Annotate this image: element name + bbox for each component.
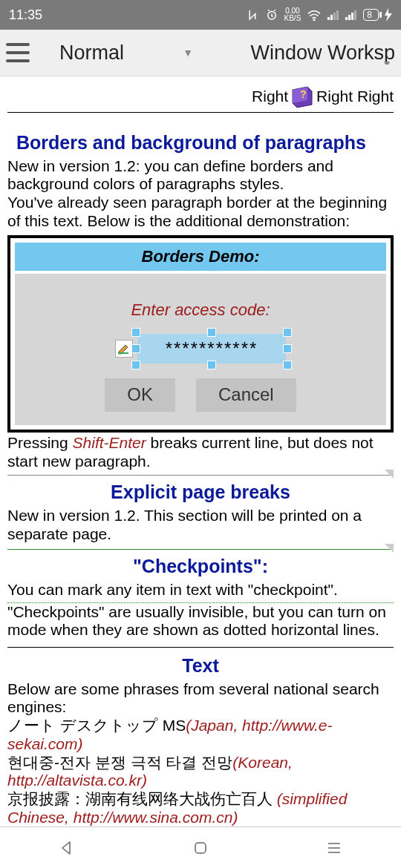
cancel-button[interactable]: Cancel [196, 378, 296, 411]
status-time: 11:35 [9, 7, 42, 23]
page-break-indicator [7, 550, 394, 551]
alarm-icon [265, 8, 278, 22]
text-jp: ノート デスクトップ MS(Japan, http://www.e-sekai.… [7, 717, 394, 754]
net-speed: 0.00KB/S [284, 7, 301, 22]
style-dropdown[interactable]: Normal ▼ [37, 42, 193, 65]
shift-enter-key: Shift-Enter [73, 434, 146, 451]
signal-1-icon [327, 10, 339, 20]
selection-handle[interactable] [283, 361, 292, 369]
back-button[interactable] [56, 837, 78, 859]
selection-handle[interactable] [131, 328, 140, 337]
heading-borders: Borders and background of paragraphs [7, 132, 394, 154]
book-help-icon: ? [290, 85, 315, 108]
right-aligned-line: Right ? Right Right [7, 79, 394, 112]
selection-handle[interactable] [131, 361, 140, 369]
divider [7, 112, 394, 113]
selection-handle[interactable] [207, 361, 216, 369]
page-break-indicator [7, 476, 394, 477]
password-field[interactable]: *********** [137, 334, 286, 364]
ok-button[interactable]: OK [105, 378, 175, 411]
status-bar: 11:35 0.00KB/S 8 [0, 0, 401, 30]
system-navbar [0, 826, 401, 868]
borders-para-1: New in version 1.2: you can define borde… [7, 157, 394, 194]
selection-handle[interactable] [131, 344, 140, 353]
checkpoints-para-1: You can mark any item in text with "chec… [7, 581, 394, 599]
status-right-group: 0.00KB/S 8 [246, 7, 392, 22]
svg-rect-4 [333, 13, 336, 20]
recents-button[interactable] [323, 837, 345, 859]
charging-icon [385, 8, 392, 22]
svg-rect-9 [354, 10, 356, 20]
menu-button[interactable] [6, 43, 30, 62]
app-toolbar: Normal ▼ Window Worksp ▼ [0, 30, 401, 76]
pagebreaks-para: New in version 1.2. This section will be… [7, 507, 394, 544]
heading-text: Text [7, 655, 394, 677]
text-right-1: Right [252, 88, 288, 106]
nfc-icon [246, 8, 259, 22]
chevron-down-icon: ▼ [382, 58, 392, 65]
svg-rect-2 [327, 17, 330, 20]
selection-handle[interactable] [207, 328, 216, 337]
text-kr: 현대중-전자 분쟁 극적 타결 전망(Korean, http://altavi… [7, 754, 394, 791]
svg-rect-8 [351, 13, 353, 20]
borders-demo-box: Borders Demo: Enter access code: *******… [7, 235, 394, 433]
wifi-icon [307, 9, 322, 21]
window-label-text: Window Worksp [250, 42, 395, 64]
text-right-2: Right Right [316, 88, 394, 106]
svg-rect-12 [195, 843, 206, 853]
svg-rect-11 [118, 352, 128, 354]
window-dropdown[interactable]: Window Worksp ▼ [200, 42, 395, 65]
battery-icon: 8 [363, 9, 379, 21]
svg-rect-7 [348, 15, 351, 20]
svg-text:?: ? [300, 88, 307, 100]
heading-checkpoints: "Checkpoints": [7, 556, 394, 578]
document-content[interactable]: Right ? Right Right Borders and backgrou… [0, 76, 401, 827]
checkpoints-para-2: "Checkpoints" are usually invisible, but… [7, 603, 394, 640]
home-button[interactable] [189, 837, 212, 859]
text-cn: 京报披露：湖南有线网络大战伤亡百人 (simplified Chinese, h… [7, 790, 394, 827]
demo-prompt: Enter access code: [22, 300, 379, 320]
selection-handle[interactable] [283, 328, 292, 337]
svg-point-1 [314, 19, 316, 21]
shift-enter-para: Pressing Shift-Enter breaks current line… [7, 434, 394, 471]
borders-para-2: You've already seen paragraph border at … [7, 194, 394, 231]
style-selected-label: Normal [59, 42, 124, 65]
text-intro: Below are some phrases from several nati… [7, 680, 394, 717]
heading-pagebreaks: Explicit page breaks [7, 481, 394, 504]
demo-header: Borders Demo: [15, 243, 386, 274]
svg-rect-6 [345, 17, 348, 20]
chevron-down-icon: ▼ [183, 47, 193, 59]
svg-rect-5 [336, 10, 339, 20]
signal-2-icon [345, 10, 357, 20]
divider [7, 647, 394, 648]
svg-rect-3 [330, 15, 333, 20]
edit-icon [115, 340, 133, 358]
selection-handle[interactable] [283, 344, 292, 353]
password-field-selected[interactable]: *********** [137, 334, 286, 364]
